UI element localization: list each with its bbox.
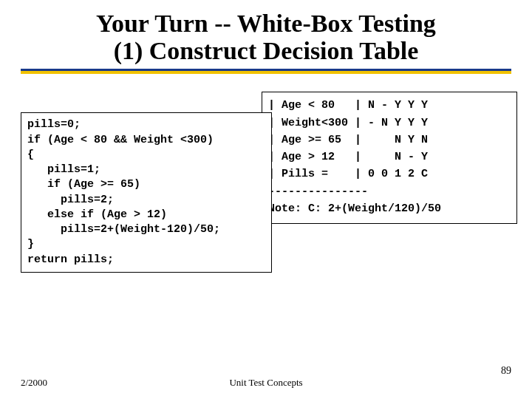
- title-line-2: (1) Construct Decision Table: [114, 37, 419, 64]
- title-line-1: Your Turn -- White-Box Testing: [96, 10, 436, 37]
- decision-table-box: | Age < 80 | N - Y Y Y | Weight<300 | - …: [262, 92, 517, 224]
- footer-page-number: 89: [501, 365, 511, 377]
- slide-title: Your Turn -- White-Box Testing (1) Const…: [21, 10, 511, 64]
- title-rule: [21, 69, 511, 74]
- code-box: pills=0; if (Age < 80 && Weight <300) { …: [21, 112, 272, 273]
- slide: Your Turn -- White-Box Testing (1) Const…: [0, 0, 532, 399]
- footer-center: Unit Test Concepts: [0, 377, 532, 389]
- content-area: pills=0; if (Age < 80 && Weight <300) { …: [21, 92, 511, 328]
